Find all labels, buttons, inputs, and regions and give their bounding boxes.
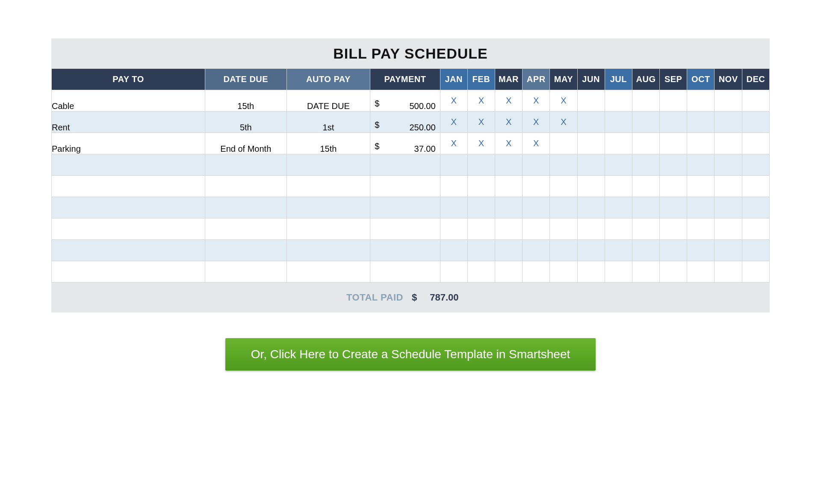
cell-date-due[interactable]: 15th	[205, 90, 286, 112]
cell-month[interactable]	[467, 261, 495, 283]
cell-month[interactable]	[605, 176, 632, 197]
cell-month[interactable]: X	[467, 112, 495, 133]
cell-month[interactable]	[660, 112, 687, 133]
cell-month[interactable]	[660, 197, 687, 218]
cell-month[interactable]: X	[495, 133, 522, 154]
cell-date-due[interactable]	[205, 176, 286, 197]
cell-month[interactable]	[605, 261, 632, 283]
cell-month[interactable]	[715, 261, 742, 283]
cell-month[interactable]: X	[523, 133, 550, 154]
cell-auto-pay[interactable]	[286, 154, 370, 176]
cell-month[interactable]	[550, 197, 577, 218]
cell-payment[interactable]	[370, 197, 440, 218]
cell-month[interactable]	[632, 90, 659, 112]
cell-month[interactable]	[742, 240, 769, 261]
cell-payto[interactable]	[52, 261, 205, 283]
cell-date-due[interactable]	[205, 218, 286, 240]
cell-date-due[interactable]: 5th	[205, 112, 286, 133]
cell-month[interactable]	[687, 176, 715, 197]
cell-month[interactable]	[440, 261, 467, 283]
cell-month[interactable]	[550, 261, 577, 283]
cell-payto[interactable]	[52, 176, 205, 197]
cell-month[interactable]	[660, 154, 687, 176]
cell-month[interactable]	[440, 218, 467, 240]
cell-month[interactable]	[660, 261, 687, 283]
create-smartsheet-button[interactable]: Or, Click Here to Create a Schedule Temp…	[225, 338, 596, 371]
cell-month[interactable]	[577, 154, 605, 176]
cell-month[interactable]	[440, 154, 467, 176]
cell-month[interactable]	[687, 133, 715, 154]
cell-payment[interactable]	[370, 240, 440, 261]
cell-payment[interactable]: $500.00	[370, 90, 440, 112]
cell-month[interactable]	[577, 112, 605, 133]
cell-month[interactable]	[605, 218, 632, 240]
cell-month[interactable]	[632, 218, 659, 240]
cell-month[interactable]	[605, 197, 632, 218]
cell-month[interactable]	[715, 176, 742, 197]
cell-payment[interactable]	[370, 261, 440, 283]
cell-month[interactable]	[495, 154, 522, 176]
cell-month[interactable]	[523, 240, 550, 261]
cell-month[interactable]	[467, 218, 495, 240]
cell-month[interactable]	[632, 240, 659, 261]
cell-month[interactable]	[550, 133, 577, 154]
cell-payto[interactable]	[52, 197, 205, 218]
cell-month[interactable]	[687, 90, 715, 112]
cell-auto-pay[interactable]: 1st	[286, 112, 370, 133]
cell-month[interactable]	[632, 176, 659, 197]
cell-month[interactable]	[440, 197, 467, 218]
cell-month[interactable]: X	[467, 133, 495, 154]
cell-month[interactable]	[523, 261, 550, 283]
cell-month[interactable]	[715, 90, 742, 112]
cell-month[interactable]: X	[523, 90, 550, 112]
cell-month[interactable]	[577, 218, 605, 240]
cell-month[interactable]	[715, 218, 742, 240]
cell-month[interactable]	[605, 90, 632, 112]
cell-month[interactable]	[467, 176, 495, 197]
cell-payto[interactable]: Parking	[52, 133, 205, 154]
cell-auto-pay[interactable]: DATE DUE	[286, 90, 370, 112]
cell-auto-pay[interactable]	[286, 261, 370, 283]
cell-month[interactable]	[742, 90, 769, 112]
cell-month[interactable]	[660, 240, 687, 261]
cell-month[interactable]	[687, 154, 715, 176]
cell-payment[interactable]	[370, 154, 440, 176]
cell-month[interactable]	[550, 176, 577, 197]
cell-auto-pay[interactable]	[286, 176, 370, 197]
cell-payment[interactable]	[370, 218, 440, 240]
cell-month[interactable]	[715, 112, 742, 133]
cell-month[interactable]: X	[495, 90, 522, 112]
cell-month[interactable]	[495, 261, 522, 283]
cell-month[interactable]	[467, 240, 495, 261]
cell-month[interactable]	[577, 261, 605, 283]
cell-month[interactable]: X	[467, 90, 495, 112]
cell-payto[interactable]	[52, 154, 205, 176]
cell-payto[interactable]	[52, 240, 205, 261]
cell-month[interactable]	[523, 197, 550, 218]
cell-payment[interactable]: $37.00	[370, 133, 440, 154]
cell-month[interactable]	[577, 176, 605, 197]
cell-month[interactable]	[660, 218, 687, 240]
cell-month[interactable]	[687, 240, 715, 261]
cell-auto-pay[interactable]	[286, 240, 370, 261]
cell-month[interactable]	[632, 197, 659, 218]
cell-date-due[interactable]	[205, 240, 286, 261]
cell-month[interactable]	[605, 154, 632, 176]
cell-month[interactable]	[550, 240, 577, 261]
cell-month[interactable]	[687, 218, 715, 240]
cell-month[interactable]	[715, 154, 742, 176]
cell-month[interactable]: X	[550, 112, 577, 133]
cell-payment[interactable]: $250.00	[370, 112, 440, 133]
cell-payto[interactable]: Rent	[52, 112, 205, 133]
cell-month[interactable]	[440, 176, 467, 197]
cell-month[interactable]	[742, 176, 769, 197]
cell-month[interactable]	[605, 240, 632, 261]
cell-date-due[interactable]: End of Month	[205, 133, 286, 154]
cell-payment[interactable]	[370, 176, 440, 197]
cell-month[interactable]	[715, 133, 742, 154]
cell-month[interactable]	[632, 154, 659, 176]
cell-auto-pay[interactable]	[286, 197, 370, 218]
cell-month[interactable]	[742, 197, 769, 218]
cell-month[interactable]	[550, 218, 577, 240]
cell-auto-pay[interactable]	[286, 218, 370, 240]
